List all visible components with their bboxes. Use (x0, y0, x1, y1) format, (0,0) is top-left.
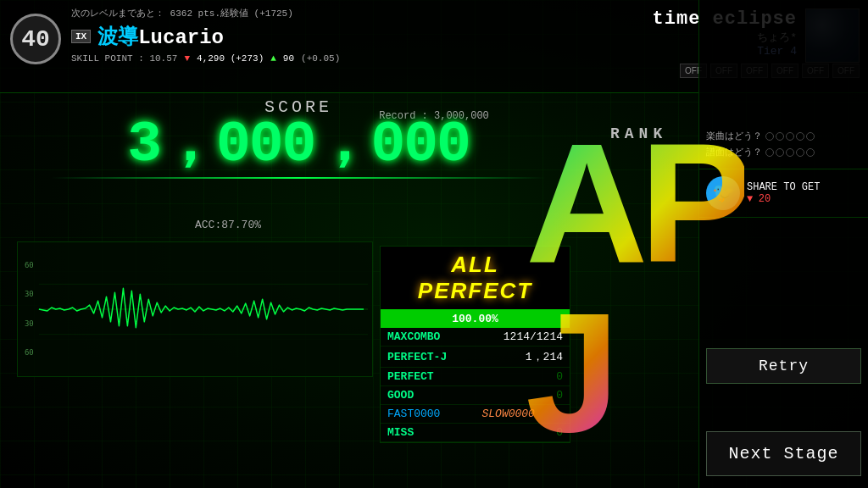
circle-1[interactable] (765, 132, 774, 141)
right-panel-top-spacer (699, 0, 868, 123)
twitter-button[interactable]: 🐦 (706, 176, 740, 210)
song-rating-label: 楽曲はどう？ (706, 130, 762, 142)
chart-rating-circles[interactable] (765, 148, 815, 157)
stat-value-perfect: 0 (476, 368, 570, 386)
all-perfect-text: ALL PERFECT (391, 252, 559, 304)
svg-text:30: 30 (25, 290, 34, 298)
all-perfect-banner: ALL PERFECT (381, 247, 570, 309)
slow-label: SLOW0000 (476, 405, 570, 424)
chart-circle-3[interactable] (786, 148, 794, 157)
song-rating-circles[interactable] (765, 132, 815, 141)
skill-down-value: 4,290 (+273) (197, 53, 264, 64)
score-value: 3，000，000 (127, 116, 470, 174)
svg-text:60: 60 (25, 261, 34, 269)
svg-text:30: 30 (25, 319, 34, 328)
share-section: 🐦 SHARE TO GET ▼ 20 (699, 169, 868, 218)
score-underline (51, 177, 546, 179)
stat-perfect: PERFECT 0 (381, 368, 570, 386)
stat-value-miss: 0 (476, 424, 570, 442)
skill-label: SKILL POINT : 10.57 (71, 53, 177, 64)
share-count: 20 (759, 193, 771, 205)
player-name: 波導Lucario (97, 23, 224, 50)
song-rating-row: 楽曲はどう？ (706, 130, 861, 142)
right-panel: 楽曲はどう？ 譜面はどう？ (698, 0, 868, 488)
rank-badge: IX (71, 30, 91, 43)
stat-good: GOOD 0 (381, 386, 570, 405)
chart-circle-4[interactable] (796, 148, 804, 157)
retry-button[interactable]: Retry (706, 348, 861, 384)
stat-perfectj: PERFECT-J 1，214 (381, 347, 570, 368)
circle-4[interactable] (796, 132, 804, 141)
player-name-jp: 波導 (97, 26, 138, 49)
chart-circle-5[interactable] (806, 148, 815, 157)
results-panel: ALL PERFECT 100.00% MAXCOMBO 1214/1214 P… (380, 246, 570, 443)
stat-value-perfectj: 1，214 (476, 347, 570, 368)
chart-circle-1[interactable] (765, 148, 774, 157)
share-count-row: ▼ 20 (747, 193, 820, 205)
rank-label: RANK (610, 125, 667, 142)
stat-label-miss: MISS (381, 424, 476, 442)
stat-maxcombo: MAXCOMBO 1214/1214 (381, 328, 570, 347)
score-section: SCORE 3，000，000 (51, 97, 546, 182)
progress-bar-container: 100.00% (381, 309, 570, 328)
stat-label-perfect: PERFECT (381, 368, 476, 386)
circle-2[interactable] (776, 132, 784, 141)
feedback-section: 楽曲はどう？ 譜面はどう？ (699, 123, 868, 169)
waveform-svg: 60 30 30 60 (18, 242, 372, 376)
bottom-spacer (699, 481, 868, 488)
svg-text:60: 60 (25, 348, 34, 357)
chart-rating-label: 譜面はどう？ (706, 146, 762, 158)
chart-rating-row: 譜面はどう？ (706, 146, 861, 158)
fast-label: FAST0000 (381, 405, 476, 424)
skill-down-arrow: ▼ (184, 53, 190, 64)
acc-text: ACC:87.70% (195, 219, 261, 231)
score-digits: 3，000，000 (51, 116, 546, 174)
spacer (699, 218, 868, 343)
level-number: 40 (21, 26, 50, 53)
spacer2 (699, 389, 868, 426)
stat-label-perfectj: PERFECT-J (381, 347, 476, 368)
progress-bar-text: 100.00% (381, 309, 570, 328)
stats-table: MAXCOMBO 1214/1214 PERFECT-J 1，214 PERFE… (381, 328, 570, 442)
content-area: 40 次のレベルまであと： 6362 pts.経験値 (+1725) IX 波導… (0, 0, 868, 488)
skill-up-arrow: ▲ (270, 53, 276, 64)
skill-up-value: 90 (283, 53, 294, 64)
stat-fast-slow: FAST0000 SLOW0000 (381, 405, 570, 424)
share-text-block: SHARE TO GET ▼ 20 (747, 181, 820, 205)
next-stage-button[interactable]: Next Stage (706, 431, 861, 476)
skill-delta: (+0.05) (301, 53, 340, 64)
stat-miss: MISS 0 (381, 424, 570, 442)
share-title: SHARE TO GET (747, 181, 820, 193)
stat-label-good: GOOD (381, 386, 476, 405)
chart-circle-2[interactable] (776, 148, 784, 157)
circle-3[interactable] (786, 132, 794, 141)
waveform-area: 60 30 30 60 (17, 241, 373, 377)
stat-value-good: 0 (476, 386, 570, 405)
stat-value-maxcombo: 1214/1214 (476, 328, 570, 347)
stat-label-maxcombo: MAXCOMBO (381, 328, 476, 347)
level-circle: 40 (10, 14, 61, 64)
circle-5[interactable] (806, 132, 815, 141)
player-name-en: Lucario (138, 26, 224, 49)
share-down-arrow: ▼ (747, 193, 753, 205)
